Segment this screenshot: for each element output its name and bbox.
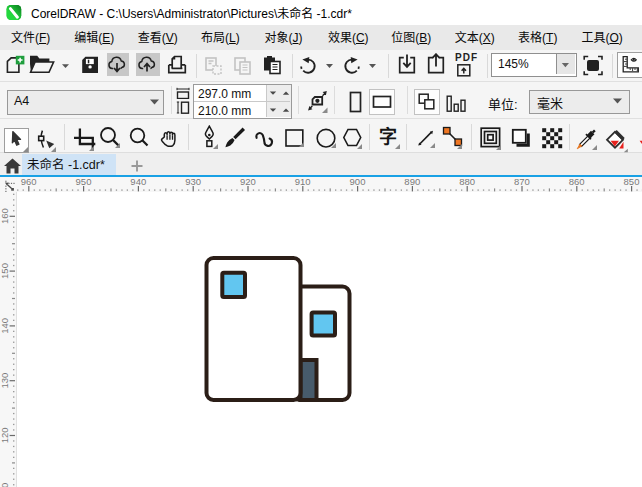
svg-text:920: 920 <box>240 177 256 187</box>
svg-text:940: 940 <box>130 177 146 187</box>
svg-text:850: 850 <box>624 177 640 187</box>
svg-text:960: 960 <box>21 177 37 187</box>
svg-text:950: 950 <box>76 177 92 187</box>
svg-text:870: 870 <box>514 177 530 187</box>
svg-text:930: 930 <box>185 177 201 187</box>
svg-text:860: 860 <box>569 177 585 187</box>
svg-text:910: 910 <box>295 177 311 187</box>
svg-text:900: 900 <box>350 177 366 187</box>
svg-text:880: 880 <box>459 177 475 187</box>
svg-text:890: 890 <box>404 177 420 187</box>
